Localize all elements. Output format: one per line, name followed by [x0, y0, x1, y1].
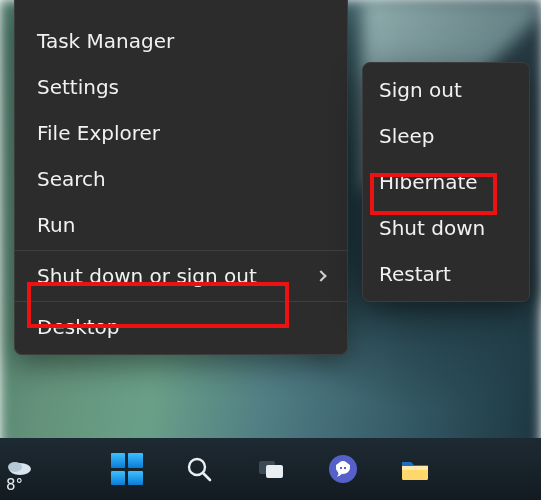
weather-temp: 8°	[6, 476, 23, 494]
submenu-item-sleep[interactable]: Sleep	[363, 113, 529, 159]
menu-item-shut-down-or-sign-out[interactable]: Shut down or sign out	[15, 253, 347, 299]
taskbar-chat-button[interactable]	[321, 447, 365, 491]
menu-item-label: Sign out	[379, 78, 462, 102]
svg-line-3	[203, 473, 210, 480]
menu-item-label: Restart	[379, 262, 451, 286]
search-icon	[184, 454, 214, 484]
taskbar-task-view-button[interactable]	[249, 447, 293, 491]
submenu-item-shut-down[interactable]: Shut down	[363, 205, 529, 251]
svg-point-1	[8, 462, 22, 472]
menu-item-search[interactable]: Search	[15, 156, 347, 202]
taskbar-start-button[interactable]	[105, 447, 149, 491]
menu-separator	[15, 301, 347, 302]
menu-item-label: File Explorer	[37, 121, 160, 145]
menu-item-label: Search	[37, 167, 106, 191]
menu-item-run[interactable]: Run	[15, 202, 347, 248]
menu-item-label: Desktop	[37, 315, 119, 339]
svg-rect-11	[344, 467, 346, 469]
submenu-item-hibernate[interactable]: Hibernate	[363, 159, 529, 205]
svg-rect-5	[266, 465, 283, 478]
file-explorer-icon	[399, 454, 431, 484]
menu-item-file-explorer[interactable]: File Explorer	[15, 110, 347, 156]
weather-icon	[6, 458, 32, 476]
menu-item-task-manager[interactable]: Task Manager	[15, 18, 347, 64]
taskbar: 8°	[0, 438, 541, 500]
menu-item-settings[interactable]: Settings	[15, 64, 347, 110]
taskbar-search-button[interactable]	[177, 447, 221, 491]
menu-item-label: Settings	[37, 75, 119, 99]
svg-rect-10	[340, 467, 342, 469]
menu-item-label: Hibernate	[379, 170, 478, 194]
menu-item-label: Shut down	[379, 216, 485, 240]
weather-widget[interactable]: 8°	[6, 458, 32, 494]
menu-item-label: Task Manager	[37, 29, 174, 53]
menu-item-label: Shut down or sign out	[37, 264, 257, 288]
chevron-right-icon	[315, 270, 326, 281]
svg-rect-13	[402, 466, 428, 470]
menu-separator	[15, 250, 347, 251]
submenu-item-sign-out[interactable]: Sign out	[363, 67, 529, 113]
taskbar-file-explorer-button[interactable]	[393, 447, 437, 491]
svg-point-9	[336, 462, 350, 474]
power-submenu: Sign out Sleep Hibernate Shut down Resta…	[362, 62, 530, 302]
menu-item-desktop[interactable]: Desktop	[15, 304, 347, 350]
winx-context-menu: Task Manager Settings File Explorer Sear…	[14, 0, 348, 355]
task-view-icon	[256, 454, 286, 484]
menu-item-label: Run	[37, 213, 75, 237]
chat-icon	[327, 453, 359, 485]
submenu-item-restart[interactable]: Restart	[363, 251, 529, 297]
menu-item-label: Sleep	[379, 124, 435, 148]
start-icon	[111, 453, 143, 485]
